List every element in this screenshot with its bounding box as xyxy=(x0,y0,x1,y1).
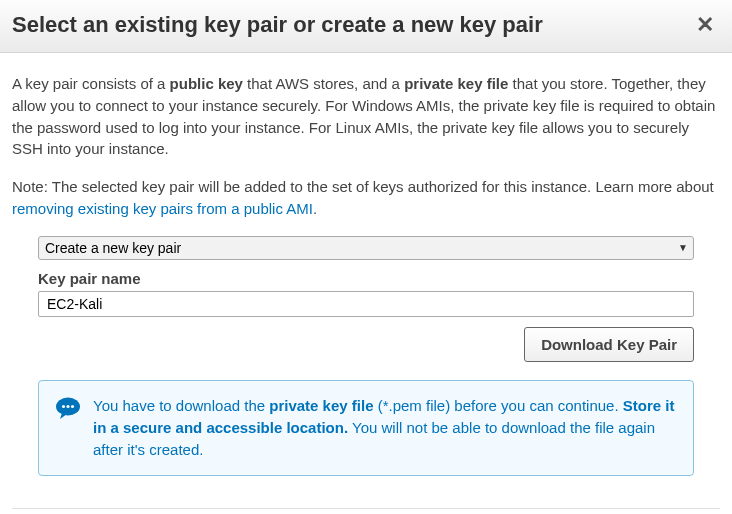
download-row: Download Key Pair xyxy=(38,327,694,362)
keypair-mode-select[interactable]: Create a new key pair xyxy=(38,236,694,260)
modal-body: A key pair consists of a public key that… xyxy=(0,53,732,486)
keypair-select-wrap: Create a new key pair ▼ xyxy=(38,236,694,260)
description-paragraph: A key pair consists of a public key that… xyxy=(12,73,720,160)
info-text: You have to download the private key fil… xyxy=(93,395,677,460)
close-icon[interactable]: ✕ xyxy=(696,12,714,38)
modal-footer: Cancel Launch Instances xyxy=(12,508,720,515)
svg-point-1 xyxy=(62,405,65,408)
note-paragraph: Note: The selected key pair will be adde… xyxy=(12,176,720,220)
svg-point-2 xyxy=(66,405,69,408)
info-callout: You have to download the private key fil… xyxy=(38,380,694,475)
keypair-name-label: Key pair name xyxy=(38,268,694,290)
svg-point-3 xyxy=(71,405,74,408)
modal-header: Select an existing key pair or create a … xyxy=(0,0,732,53)
remove-keypair-link[interactable]: removing existing key pairs from a publi… xyxy=(12,200,313,217)
speech-bubble-icon xyxy=(55,397,81,419)
form-section: Create a new key pair ▼ Key pair name Do… xyxy=(12,236,720,476)
keypair-name-input[interactable] xyxy=(38,291,694,317)
modal-title: Select an existing key pair or create a … xyxy=(12,12,543,38)
download-keypair-button[interactable]: Download Key Pair xyxy=(524,327,694,362)
